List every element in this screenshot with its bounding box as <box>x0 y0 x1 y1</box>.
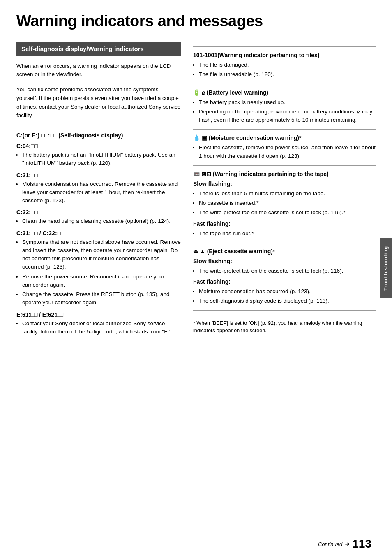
eject-fast-list: Moisture condensation has occurred (p. 1… <box>193 287 376 306</box>
battery-warning-title: 🔋 ⌀ (Battery level warning) <box>193 89 376 96</box>
list-item: The self-diagnosis display code is displ… <box>199 297 376 305</box>
list-item: The file is unreadable (p. 120). <box>199 70 376 79</box>
moisture-icon: 💧 <box>193 134 200 141</box>
divider-right-1 <box>193 46 376 47</box>
tape-slow-list: There is less than 5 minutes remaining o… <box>193 190 376 217</box>
page-title: Warning indicators and messages <box>16 12 376 30</box>
footnote: * When [BEEP] is set to [ON] (p. 92), yo… <box>193 316 376 335</box>
warning-files-title: 101-1001(Warning indicator pertaining to… <box>193 52 376 58</box>
divider-1 <box>16 127 181 127</box>
list-item: Symptoms that are not described above ha… <box>22 238 181 271</box>
two-column-layout: Self-diagnosis display/Warning indicator… <box>16 42 376 339</box>
list-item: Contact your Sony dealer or local author… <box>22 320 181 336</box>
code-e61-list: Contact your Sony dealer or local author… <box>16 320 181 336</box>
list-item: The write-protect tab on the cassette is… <box>199 267 376 275</box>
list-item: The write-protect tab on the cassette is… <box>199 208 376 217</box>
tape-warning-title: 📼 ⊠⊡ (Warning indicators pertaining to t… <box>193 171 376 177</box>
list-item: Change the cassette. Press the RESET but… <box>22 290 181 307</box>
eject-warning-title: ⏏ ▲ (Eject cassette warning)* <box>193 248 376 255</box>
list-item: The battery pack is nearly used up. <box>199 98 376 107</box>
tape-fast-title: Fast flashing: <box>193 220 376 227</box>
page: Warning indicators and messages Self-dia… <box>0 0 392 558</box>
left-column: Self-diagnosis display/Warning indicator… <box>16 42 181 339</box>
intro-paragraph-2: You can fix some problems associated wit… <box>16 86 181 120</box>
eject-slow-title: Slow flashing: <box>193 258 376 264</box>
bottom-bar: Continued ➜ 113 <box>318 537 371 551</box>
troubleshooting-tab: Troubleshooting <box>380 238 392 298</box>
moisture-warning-list: Eject the cassette, remove the power sou… <box>193 144 376 160</box>
list-item: Eject the cassette, remove the power sou… <box>199 144 376 160</box>
code-e61-label: E:61:□□ / E:62:□□ <box>16 311 181 318</box>
arrow-icon: ➜ <box>345 541 350 547</box>
intro-paragraph-1: When an error occurs, a warning indicato… <box>16 62 181 79</box>
list-item: Depending on the operating, environment,… <box>199 108 376 125</box>
battery-warning-list: The battery pack is nearly used up. Depe… <box>193 98 376 125</box>
list-item: The battery pack is not an "InfoLITHIUM"… <box>22 151 181 168</box>
list-item: The file is damaged. <box>199 61 376 69</box>
section-box-self-diagnosis: Self-diagnosis display/Warning indicator… <box>16 42 181 56</box>
divider-right-6 <box>193 310 376 311</box>
code-c22-list: Clean the head using a cleaning cassette… <box>16 217 181 225</box>
divider-right-2 <box>193 84 376 84</box>
right-column: 101-1001(Warning indicator pertaining to… <box>193 42 376 339</box>
moisture-warning-title: 💧 ▣ (Moisture condensation warning)* <box>193 134 376 141</box>
code-c31-label: C:31:□□ / C:32:□□ <box>16 230 181 236</box>
list-item: No cassette is inserted.* <box>199 199 376 207</box>
eject-icon: ⏏ <box>193 248 198 255</box>
code-c04-list: The battery pack is not an "InfoLITHIUM"… <box>16 151 181 168</box>
list-item: Remove the power source. Reconnect it an… <box>22 273 181 289</box>
list-item: Moisture condensation has occurred. Remo… <box>22 180 181 205</box>
divider-right-3 <box>193 129 376 130</box>
eject-fast-title: Fast flashing: <box>193 278 376 285</box>
list-item: Clean the head using a cleaning cassette… <box>22 217 181 225</box>
list-item: The tape has run out.* <box>199 229 376 238</box>
list-item: There is less than 5 minutes remaining o… <box>199 190 376 198</box>
tape-fast-list: The tape has run out.* <box>193 229 376 238</box>
code-c31-list: Symptoms that are not described above ha… <box>16 238 181 307</box>
tape-icon: 📼 <box>193 171 200 177</box>
code-c21-label: C:21:□□ <box>16 172 181 178</box>
self-diagnosis-title: C:(or E:) □□:□□ (Self-diagnosis display) <box>16 132 181 139</box>
divider-right-5 <box>193 243 376 243</box>
page-number: 113 <box>352 537 371 551</box>
code-c04-label: C:04:□□ <box>16 143 181 149</box>
code-c22-label: C:22:□□ <box>16 209 181 215</box>
divider-right-4 <box>193 165 376 166</box>
code-c21-list: Moisture condensation has occurred. Remo… <box>16 180 181 205</box>
list-item: Moisture condensation has occurred (p. 1… <box>199 287 376 296</box>
eject-slow-list: The write-protect tab on the cassette is… <box>193 267 376 275</box>
warning-files-list: The file is damaged. The file is unreada… <box>193 61 376 79</box>
tape-slow-title: Slow flashing: <box>193 181 376 187</box>
continued-label: Continued <box>318 541 342 547</box>
battery-icon: 🔋 <box>193 89 200 96</box>
